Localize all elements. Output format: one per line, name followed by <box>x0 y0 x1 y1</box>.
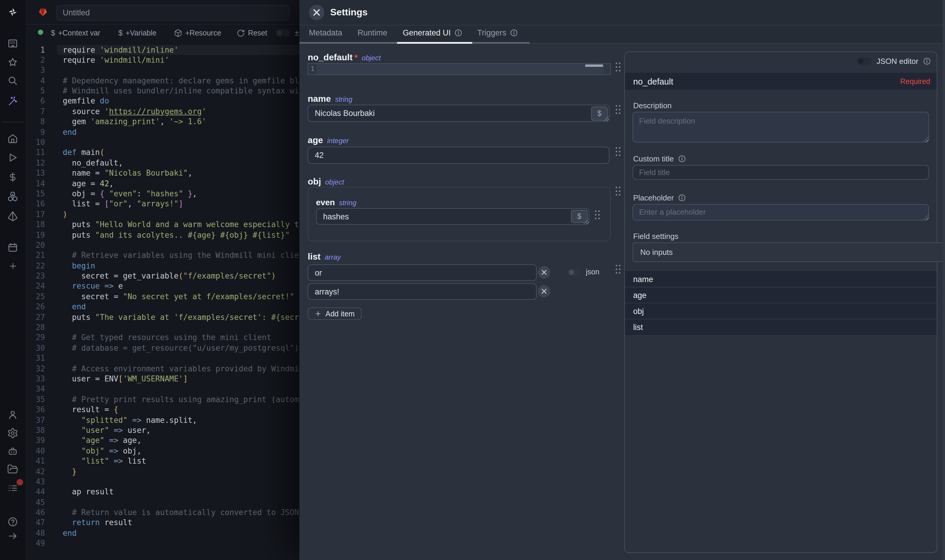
workspace-icon[interactable] <box>7 37 18 49</box>
dollar-icon: $ <box>51 28 55 37</box>
ai-wand-icon[interactable] <box>7 95 18 107</box>
field-label-no_default: no_default* object <box>308 52 381 62</box>
tab-border <box>530 43 945 44</box>
status-dot <box>38 29 43 35</box>
package-icon <box>174 29 182 37</box>
editor-toggle[interactable] <box>276 29 291 37</box>
json-editor-label: JSON editor <box>876 57 918 66</box>
description-label: Description <box>633 101 672 110</box>
folders-icon[interactable] <box>7 463 18 475</box>
drag-handle-obj[interactable] <box>615 186 621 196</box>
ruby-language-icon <box>38 7 48 17</box>
field-inspector-card: JSON editor no_default Required Descript… <box>624 51 937 553</box>
required-badge: Required <box>900 77 930 85</box>
modal-tabs: Metadata Runtime Generated UI Triggers <box>309 28 518 37</box>
info-icon <box>678 194 686 202</box>
tab-underline-left <box>299 42 397 44</box>
help-icon[interactable] <box>7 516 18 528</box>
notification-dot <box>17 479 23 486</box>
custom-title-input[interactable] <box>632 165 929 180</box>
drag-handle-name[interactable] <box>615 104 621 114</box>
tab-underline-active <box>397 42 472 44</box>
field-row-obj[interactable]: obj <box>625 303 937 319</box>
info-icon <box>678 155 686 163</box>
dollar-icon: $ <box>118 28 122 37</box>
description-textarea[interactable] <box>632 112 929 143</box>
reset-button[interactable]: Reset <box>237 25 267 41</box>
sidebar <box>0 0 25 560</box>
custom-title-label: Custom title <box>633 154 686 163</box>
close-icon[interactable] <box>309 5 324 20</box>
runs-play-icon[interactable] <box>7 151 18 163</box>
mini-editor-scrollbar[interactable] <box>585 65 603 66</box>
field-settings-label: Field settings <box>633 232 678 241</box>
json-toggle-label: json <box>586 268 600 276</box>
field-row-list[interactable]: list <box>625 319 937 336</box>
calendar-icon[interactable] <box>7 241 18 253</box>
modal-scrollbar[interactable] <box>942 0 945 560</box>
windmill-logo-icon[interactable] <box>7 6 18 18</box>
script-title-input[interactable] <box>56 5 289 21</box>
field-row-age[interactable]: age <box>625 287 937 303</box>
info-icon <box>923 57 931 65</box>
drag-handle-age[interactable] <box>615 146 621 156</box>
plus-icon <box>315 311 321 317</box>
add-context-var-button[interactable]: $ +Context var <box>51 25 100 41</box>
add-plus-icon[interactable] <box>7 260 18 272</box>
add-variable-button[interactable]: $ +Variable <box>118 25 157 41</box>
age-input[interactable] <box>308 147 609 164</box>
collapse-arrow-icon[interactable] <box>7 530 18 542</box>
list-item-input-1[interactable] <box>308 283 537 300</box>
field-label-list: list array <box>308 251 341 262</box>
diff-toggle[interactable]: ± <box>295 28 299 37</box>
add-resource-button[interactable]: +Resource <box>174 25 221 41</box>
json-toggle[interactable] <box>567 268 582 276</box>
settings-gear-icon[interactable] <box>7 427 18 439</box>
workers-bot-icon[interactable] <box>7 446 18 457</box>
sidebar-divider <box>2 122 24 122</box>
tab-generated-ui[interactable]: Generated UI <box>403 28 462 37</box>
placeholder-textarea[interactable] <box>632 204 929 221</box>
drag-handle-no_default[interactable] <box>615 62 621 72</box>
placeholder-label: Placeholder <box>633 193 686 202</box>
add-item-button[interactable]: Add item <box>308 308 362 320</box>
mini-editor-line-number: 1 <box>308 64 317 74</box>
remove-item-icon[interactable] <box>538 285 550 297</box>
field-settings-empty: No inputs <box>632 242 944 262</box>
name-dollar-button[interactable]: $ <box>591 106 608 121</box>
favorites-star-icon[interactable] <box>7 56 18 68</box>
settings-modal: Settings Metadata Runtime Generated UI T… <box>299 0 945 560</box>
app-window: $ +Context var $ +Variable +Resource Res… <box>0 0 945 560</box>
json-editor-toggle[interactable] <box>857 57 872 65</box>
search-icon[interactable] <box>7 75 18 87</box>
field-row-name[interactable]: name <box>625 270 937 288</box>
mini-editor-scroll-strip <box>604 64 610 74</box>
tab-triggers[interactable]: Triggers <box>477 28 518 37</box>
reset-icon <box>237 29 245 37</box>
no-default-json-editor[interactable]: 1 <box>308 63 610 75</box>
user-icon[interactable] <box>7 409 18 421</box>
list-item-input-0[interactable] <box>308 264 537 281</box>
variables-dollar-icon[interactable] <box>7 171 18 183</box>
selected-field-row[interactable]: no_default Required <box>625 73 937 90</box>
field-label-obj: obj object <box>308 176 344 186</box>
info-icon <box>510 29 518 37</box>
remove-item-icon[interactable] <box>538 266 550 278</box>
even-dollar-button[interactable]: $ <box>571 210 587 223</box>
tab-underline-right <box>472 42 530 44</box>
tab-runtime[interactable]: Runtime <box>358 28 388 37</box>
modal-header: Settings Metadata Runtime Generated UI T… <box>299 0 945 44</box>
schedules-pyramid-icon[interactable] <box>7 209 18 221</box>
name-input[interactable] <box>308 105 609 122</box>
field-label-even: even string <box>316 197 356 207</box>
drag-handle-list[interactable] <box>615 264 621 274</box>
info-icon <box>454 29 462 37</box>
even-input[interactable] <box>316 208 589 225</box>
field-label-name: name string <box>308 94 352 103</box>
obj-object-container: even string $ <box>308 187 610 241</box>
tab-metadata[interactable]: Metadata <box>309 28 342 37</box>
drag-handle-even[interactable] <box>594 209 601 219</box>
home-icon[interactable] <box>7 132 18 144</box>
modal-title: Settings <box>330 7 367 18</box>
resources-boxes-icon[interactable] <box>7 190 18 202</box>
